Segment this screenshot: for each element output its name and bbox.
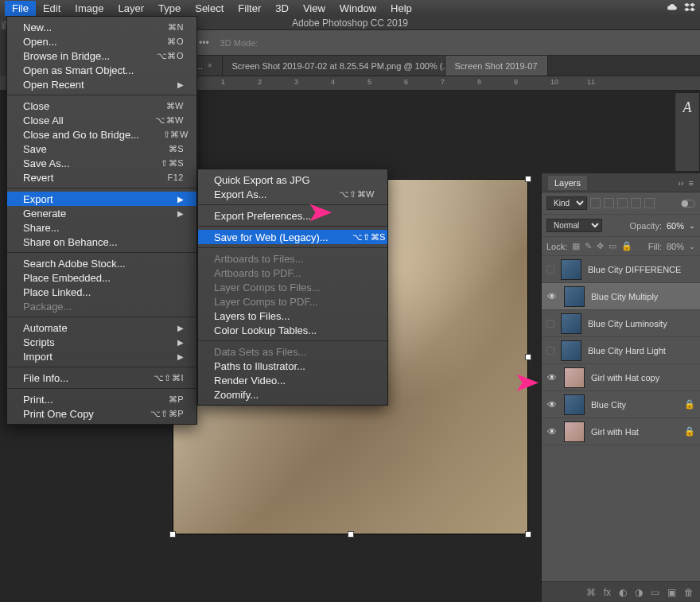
- filter-kind-select[interactable]: Kind: [546, 196, 587, 210]
- visibility-eye-icon[interactable]: 👁: [546, 426, 558, 437]
- filter-smart-icon[interactable]: [644, 198, 655, 208]
- 3d-pan-icon[interactable]: [293, 37, 305, 49]
- adjustment-icon[interactable]: ◑: [635, 587, 643, 598]
- menu-edit[interactable]: Edit: [36, 1, 68, 16]
- layers-tab[interactable]: Layers: [548, 176, 587, 190]
- layer-thumbnail[interactable]: [561, 313, 581, 334]
- menu-3d[interactable]: 3D: [268, 1, 296, 16]
- visibility-eye-icon[interactable]: [546, 347, 554, 355]
- lock-move-icon[interactable]: ✥: [597, 241, 604, 251]
- new-layer-icon[interactable]: ▣: [667, 587, 676, 598]
- visibility-eye-icon[interactable]: 👁: [546, 291, 558, 302]
- cc-cloud-icon[interactable]: [667, 2, 678, 15]
- chevron-down-icon[interactable]: ⌄: [689, 222, 695, 230]
- layer-thumbnail[interactable]: [564, 421, 585, 442]
- layer-name[interactable]: Girl with Hat copy: [591, 373, 695, 383]
- menu-item[interactable]: Render Video...: [198, 373, 387, 387]
- 3d-orbit-icon[interactable]: [269, 37, 282, 49]
- layer-thumbnail[interactable]: [561, 259, 581, 280]
- menu-item[interactable]: Open...⌘O: [7, 34, 196, 49]
- menu-select[interactable]: Select: [188, 1, 231, 16]
- fx-icon[interactable]: fx: [604, 587, 611, 598]
- close-icon[interactable]: ×: [208, 61, 212, 70]
- lock-brush-icon[interactable]: ✎: [585, 241, 592, 251]
- menu-item[interactable]: Layers to Files...: [198, 309, 387, 323]
- layer-row[interactable]: Blue City DIFFERENCE: [542, 256, 700, 283]
- menu-item[interactable]: Save for Web (Legacy)...⌥⇧⌘S: [198, 230, 387, 244]
- transform-handle[interactable]: [525, 531, 531, 538]
- toolbar-more-icon[interactable]: •••: [199, 37, 209, 49]
- link-layers-icon[interactable]: ⌘: [586, 587, 596, 598]
- layer-thumbnail[interactable]: [564, 367, 585, 388]
- panel-menu-icon[interactable]: ≡: [689, 178, 694, 188]
- menu-item[interactable]: Print...⌘P: [7, 392, 196, 406]
- chevron-down-icon[interactable]: ⌄: [689, 243, 695, 251]
- lock-all-icon[interactable]: 🔒: [621, 241, 632, 251]
- transform-handle[interactable]: [525, 176, 531, 182]
- layer-row[interactable]: 👁Girl with Hat🔒: [542, 418, 700, 445]
- menu-item[interactable]: Share...: [7, 220, 196, 235]
- menu-item[interactable]: Close and Go to Bridge...⇧⌘W: [7, 127, 196, 142]
- menu-item[interactable]: RevertF12: [7, 170, 196, 184]
- blend-mode-select[interactable]: Normal: [546, 219, 602, 232]
- document-tab[interactable]: Screen Shot 2019-07: [445, 56, 548, 76]
- menu-item[interactable]: Quick Export as JPG: [198, 173, 387, 187]
- layer-name[interactable]: Blue City DIFFERENCE: [588, 265, 695, 274]
- filter-toggle[interactable]: [681, 200, 695, 208]
- layer-thumbnail[interactable]: [564, 394, 585, 415]
- menu-item[interactable]: Generate▶: [7, 206, 196, 220]
- document-tab[interactable]: Screen Shot 2019-07-02 at 8.25.54 PM.png…: [223, 56, 445, 76]
- visibility-eye-icon[interactable]: [546, 320, 554, 328]
- menu-layer[interactable]: Layer: [111, 1, 152, 16]
- visibility-eye-icon[interactable]: 👁: [546, 399, 558, 410]
- layer-row[interactable]: Blue City Hard Light: [542, 337, 700, 364]
- layer-row[interactable]: 👁Blue City🔒: [542, 391, 700, 418]
- menu-item[interactable]: Open Recent▶: [7, 77, 196, 91]
- menu-item[interactable]: Close⌘W: [7, 99, 196, 113]
- transform-handle[interactable]: [525, 354, 531, 360]
- menu-item[interactable]: Export Preferences...: [198, 208, 387, 223]
- 3d-slide-icon[interactable]: [317, 37, 329, 49]
- menu-item[interactable]: Place Linked...: [7, 285, 196, 299]
- menu-view[interactable]: View: [296, 1, 332, 16]
- menu-item[interactable]: Color Lookup Tables...: [198, 323, 387, 337]
- menu-item[interactable]: Automate▶: [7, 320, 196, 335]
- dropbox-icon[interactable]: [684, 2, 695, 15]
- menu-item[interactable]: Search Adobe Stock...: [7, 256, 196, 270]
- opacity-value[interactable]: 60%: [667, 221, 684, 231]
- menu-help[interactable]: Help: [383, 1, 419, 16]
- layer-thumbnail[interactable]: [561, 340, 581, 361]
- menu-window[interactable]: Window: [332, 1, 383, 16]
- menu-item[interactable]: Export As...⌥⇧⌘W: [198, 187, 387, 201]
- trash-icon[interactable]: 🗑: [684, 587, 694, 598]
- layer-thumbnail[interactable]: [564, 286, 585, 307]
- menu-item[interactable]: Open as Smart Object...: [7, 63, 196, 77]
- transform-handle[interactable]: [169, 531, 176, 538]
- menu-image[interactable]: Image: [68, 1, 111, 16]
- filter-type-icon[interactable]: [617, 198, 628, 208]
- menu-item[interactable]: Share on Behance...: [7, 235, 196, 249]
- layer-name[interactable]: Blue City: [591, 400, 678, 410]
- menu-filter[interactable]: Filter: [231, 1, 268, 16]
- menu-item[interactable]: Close All⌥⌘W: [7, 113, 196, 127]
- filter-pixel-icon[interactable]: [590, 198, 601, 208]
- visibility-eye-icon[interactable]: 👁: [546, 372, 558, 383]
- lock-artboard-icon[interactable]: ▭: [609, 241, 616, 251]
- character-panel-tab[interactable]: A: [675, 92, 700, 172]
- menu-item[interactable]: Scripts▶: [7, 335, 196, 349]
- menu-item[interactable]: Browse in Bridge...⌥⌘O: [7, 49, 196, 63]
- group-icon[interactable]: ▭: [651, 587, 659, 598]
- visibility-eye-icon[interactable]: [546, 266, 554, 274]
- filter-shape-icon[interactable]: [631, 198, 641, 208]
- menu-item[interactable]: Print One Copy⌥⇧⌘P: [7, 406, 196, 421]
- filter-adjust-icon[interactable]: [604, 198, 614, 208]
- layer-row[interactable]: 👁Blue City Multiply: [542, 283, 700, 310]
- menu-item[interactable]: File Info...⌥⇧⌘I: [7, 371, 196, 385]
- menu-item[interactable]: Place Embedded...: [7, 270, 196, 285]
- menu-file[interactable]: File: [5, 1, 36, 16]
- menu-item[interactable]: Save⌘S: [7, 142, 196, 156]
- mask-icon[interactable]: ◐: [619, 587, 627, 598]
- menu-item[interactable]: Import▶: [7, 349, 196, 363]
- transform-handle[interactable]: [348, 531, 354, 538]
- menu-item[interactable]: New...⌘N: [7, 20, 196, 34]
